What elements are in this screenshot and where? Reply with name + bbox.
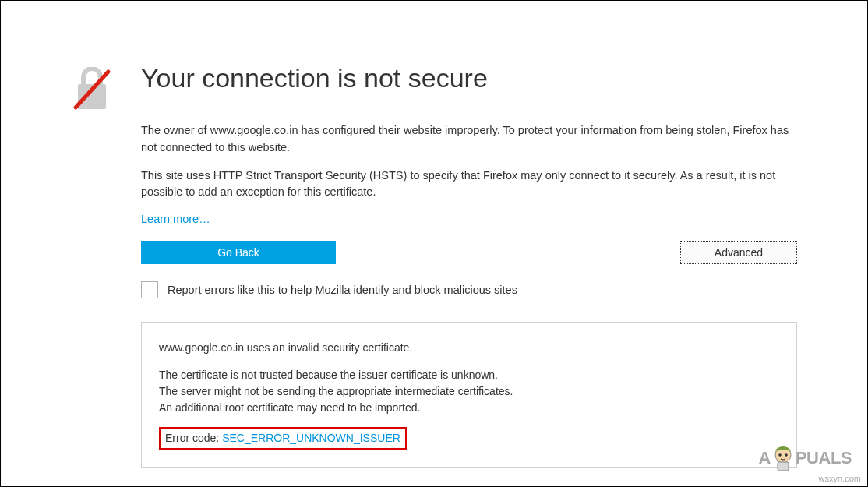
description-owner: The owner of www.google.co.in has config… [141,122,797,157]
error-page-container: Your connection is not secure The owner … [1,1,867,487]
details-invalid-cert: www.google.co.in uses an invalid securit… [159,340,779,356]
details-intermediate: The server might not be sending the appr… [159,385,513,397]
button-row: Go Back Advanced [141,241,797,264]
advanced-button[interactable]: Advanced [680,241,797,264]
report-errors-label: Report errors like this to help Mozilla … [168,284,517,296]
page-title: Your connection is not secure [141,63,797,108]
details-not-trusted: The certificate is not trusted because t… [159,369,498,381]
watermark-text: wsxyn.com [819,474,861,483]
svg-rect-5 [778,462,789,471]
mascot-icon [769,444,797,472]
description-hsts: This site uses HTTP Strict Transport Sec… [141,168,797,202]
logo-text-post: PUALS [796,448,852,468]
appuals-logo: A PUALS [759,444,852,472]
icon-column [71,63,118,468]
error-code-highlight: Error code: SEC_ERROR_UNKNOWN_ISSUER [159,427,407,450]
certificate-details-box: www.google.co.in uses an invalid securit… [141,322,797,468]
svg-point-3 [778,453,782,457]
details-reasons: The certificate is not trusted because t… [159,367,779,416]
report-errors-row: Report errors like this to help Mozilla … [141,281,797,298]
learn-more-link[interactable]: Learn more… [141,213,210,225]
go-back-button[interactable]: Go Back [141,241,336,264]
details-root-cert: An additional root certificate may need … [159,401,420,414]
report-errors-checkbox[interactable] [141,281,158,298]
insecure-lock-icon [71,67,113,114]
svg-point-4 [785,453,788,457]
error-code-link[interactable]: SEC_ERROR_UNKNOWN_ISSUER [222,432,400,444]
error-code-row: Error code: SEC_ERROR_UNKNOWN_ISSUER [159,427,779,450]
error-code-label: Error code: [165,432,222,444]
content-column: Your connection is not secure The owner … [141,63,797,468]
